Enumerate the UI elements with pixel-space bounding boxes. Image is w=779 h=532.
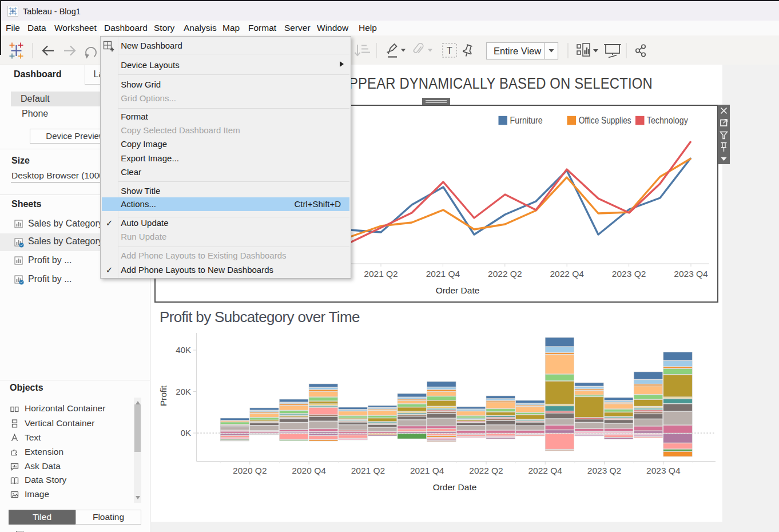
- svg-text:2023 Q2: 2023 Q2: [612, 269, 646, 279]
- svg-text:Technology: Technology: [647, 116, 688, 125]
- svg-text:2022 Q2: 2022 Q2: [488, 269, 522, 279]
- svg-text:0K: 0K: [181, 428, 191, 438]
- svg-text:2023 Q4: 2023 Q4: [674, 269, 708, 279]
- svg-text:T: T: [447, 46, 452, 55]
- svg-text:2021 Q4: 2021 Q4: [426, 269, 460, 279]
- svg-text:Order Date: Order Date: [433, 482, 477, 492]
- svg-text:2022 Q4: 2022 Q4: [528, 466, 562, 475]
- svg-text:2023 Q2: 2023 Q2: [587, 466, 621, 475]
- svg-text:Entire View: Entire View: [494, 46, 541, 56]
- svg-text:2021 Q4: 2021 Q4: [410, 466, 444, 475]
- svg-text:2022 Q4: 2022 Q4: [550, 269, 584, 279]
- svg-text:20K: 20K: [176, 387, 191, 396]
- svg-text:Furniture: Furniture: [510, 116, 543, 125]
- svg-text:2022 Q2: 2022 Q2: [469, 466, 503, 475]
- svg-text:2020 Q2: 2020 Q2: [233, 466, 267, 475]
- svg-text:Order Date: Order Date: [436, 285, 480, 295]
- svg-text:2020 Q4: 2020 Q4: [292, 466, 326, 475]
- svg-text:Office Supplies: Office Supplies: [579, 116, 631, 125]
- svg-text:40K: 40K: [176, 345, 191, 355]
- svg-text:2021 Q2: 2021 Q2: [364, 269, 398, 279]
- svg-text:Profit: Profit: [158, 385, 168, 406]
- svg-text:2023 Q4: 2023 Q4: [646, 466, 681, 475]
- svg-text:2021 Q2: 2021 Q2: [351, 466, 385, 475]
